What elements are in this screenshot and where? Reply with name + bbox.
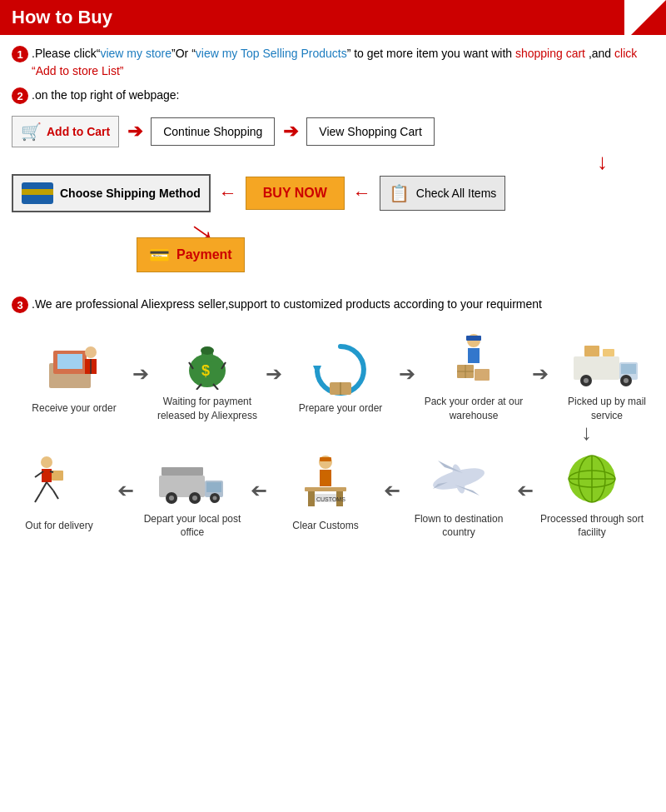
- arrow-right-2: ➔: [283, 121, 298, 142]
- delivery-icon: [17, 449, 101, 516]
- page-title: How to Buy: [12, 7, 112, 28]
- svg-point-56: [169, 496, 174, 501]
- svg-rect-45: [320, 470, 331, 486]
- post-office-icon: [151, 442, 234, 509]
- buy-now-button[interactable]: BUY NOW: [246, 177, 345, 210]
- step3-text: .We are professional Aliexpress seller,s…: [32, 296, 542, 313]
- order-arrow-4: ➔: [528, 362, 553, 386]
- step3-line: 3 .We are professional Aliexpress seller…: [12, 296, 654, 313]
- order-flow-bottom-row: Processed through sort facility ➔ Flown …: [12, 442, 654, 541]
- flow-diagram: 🛒 Add to Cart ➔ Continue Shopping ➔ View…: [12, 116, 654, 287]
- sort-facility-label: Processed through sort facility: [538, 512, 646, 541]
- svg-point-61: [41, 456, 52, 468]
- checklist-icon: 📋: [389, 183, 410, 203]
- svg-line-66: [35, 494, 40, 502]
- svg-point-58: [192, 496, 197, 501]
- order-step-payment-wait: $ Waiting for payment released by Aliexp…: [153, 325, 261, 423]
- step2-text: .on the top right of webpage:: [32, 87, 179, 104]
- receive-order-icon: [32, 331, 116, 398]
- flow-down-arrow: ↓: [12, 151, 654, 172]
- view-shopping-cart-label: View Shopping Cart: [319, 125, 421, 138]
- customs-label: Clear Customs: [292, 519, 358, 533]
- view-top-products-link[interactable]: view my Top Selling Products: [196, 47, 347, 60]
- flight-icon: [417, 442, 500, 509]
- order-step-sort: Processed through sort facility: [538, 442, 646, 541]
- svg-line-67: [53, 491, 58, 499]
- order-arrow-b4: ➔: [113, 479, 138, 502]
- step3-section: 3 .We are professional Aliexpress seller…: [12, 296, 654, 313]
- svg-point-60: [213, 496, 217, 501]
- order-arrow-b1: ➔: [513, 479, 538, 502]
- order-step-prepare: Prepare your order: [286, 331, 395, 416]
- order-step-post: Depart your local post office: [138, 442, 246, 541]
- order-step-pickup: Picked up by mail service: [553, 325, 661, 423]
- svg-text:CUSTOMS: CUSTOMS: [316, 496, 345, 502]
- svg-marker-40: [438, 461, 463, 473]
- svg-line-69: [50, 471, 53, 472]
- svg-line-65: [47, 482, 53, 491]
- svg-point-8: [201, 346, 214, 355]
- payment-wait-icon: $: [166, 325, 249, 391]
- order-step-pack: Pack your order at our warehouse: [420, 325, 528, 423]
- pickup-icon: [565, 325, 649, 391]
- payment-wait-label: Waiting for payment released by Aliexpre…: [153, 395, 261, 423]
- step1-num: 1: [12, 46, 28, 62]
- continue-shopping-button[interactable]: Continue Shopping: [151, 117, 275, 146]
- main-content: 1 .Please click“view my store”Or “view m…: [0, 35, 666, 550]
- svg-rect-54: [162, 467, 203, 476]
- order-step-fly: Flown to destination country: [405, 442, 513, 541]
- flow-row2: Choose Shipping Method ← BUY NOW ← 📋 Che…: [12, 174, 654, 212]
- order-step-customs: CUSTOMS Clear Customs: [271, 449, 380, 533]
- page-header: How to Buy: [0, 0, 666, 35]
- svg-rect-24: [574, 356, 619, 380]
- arrow-down-icon: ↓: [597, 151, 608, 172]
- svg-point-30: [624, 378, 629, 383]
- payment-button[interactable]: 💳 Payment: [137, 237, 245, 272]
- view-shopping-cart-button[interactable]: View Shopping Cart: [306, 117, 434, 146]
- delivery-label: Out for delivery: [25, 519, 92, 533]
- flow-row1: 🛒 Add to Cart ➔ Continue Shopping ➔ View…: [12, 116, 654, 147]
- svg-text:$: $: [201, 362, 210, 379]
- sort-facility-icon: [550, 442, 634, 509]
- payment-label: Payment: [176, 247, 232, 262]
- arrow-left-2: ←: [353, 182, 371, 204]
- arrow-left-1: ←: [219, 182, 237, 204]
- view-store-link[interactable]: view my store: [100, 47, 171, 60]
- svg-rect-32: [603, 349, 614, 356]
- flight-label: Flown to destination country: [405, 512, 513, 541]
- svg-rect-19: [468, 348, 480, 363]
- choose-shipping-button[interactable]: Choose Shipping Method: [12, 174, 211, 212]
- add-to-cart-button[interactable]: 🛒 Add to Cart: [12, 116, 119, 147]
- arrow-right-1: ➔: [127, 121, 142, 142]
- svg-point-3: [85, 346, 97, 358]
- svg-point-28: [584, 378, 589, 383]
- check-all-items-button[interactable]: 📋 Check All Items: [380, 176, 505, 211]
- order-flow-top-row: Receive your order ➔ $: [12, 325, 654, 423]
- check-all-label: Check All Items: [416, 187, 496, 200]
- continue-shopping-label: Continue Shopping: [163, 125, 262, 138]
- customs-icon: CUSTOMS: [284, 449, 367, 516]
- payment-icon: 💳: [149, 245, 170, 265]
- step2-num: 2: [12, 87, 28, 104]
- cart-icon: 🛒: [21, 122, 42, 142]
- order-step-delivery: Out for delivery: [5, 449, 113, 533]
- order-arrow-3: ➔: [395, 362, 420, 386]
- credit-card-icon: [22, 182, 53, 204]
- pack-order-label: Pack your order at our warehouse: [420, 395, 528, 423]
- svg-rect-21: [475, 369, 490, 381]
- svg-rect-46: [305, 487, 346, 491]
- svg-rect-31: [584, 346, 599, 356]
- svg-rect-26: [621, 364, 636, 374]
- svg-rect-63: [52, 471, 63, 481]
- choose-shipping-label: Choose Shipping Method: [60, 187, 201, 200]
- post-office-label: Depart your local post office: [138, 512, 246, 541]
- order-arrow-b3: ➔: [246, 479, 271, 502]
- receive-order-label: Receive your order: [32, 401, 116, 416]
- order-flow-diagram: Receive your order ➔ $: [12, 325, 654, 540]
- prepare-order-icon: [299, 331, 382, 398]
- step3-num: 3: [12, 296, 28, 313]
- prepare-order-label: Prepare your order: [299, 401, 383, 416]
- payment-row: → 💳 Payment: [137, 212, 654, 287]
- pickup-label: Picked up by mail service: [553, 395, 661, 423]
- pack-order-icon: [432, 325, 515, 391]
